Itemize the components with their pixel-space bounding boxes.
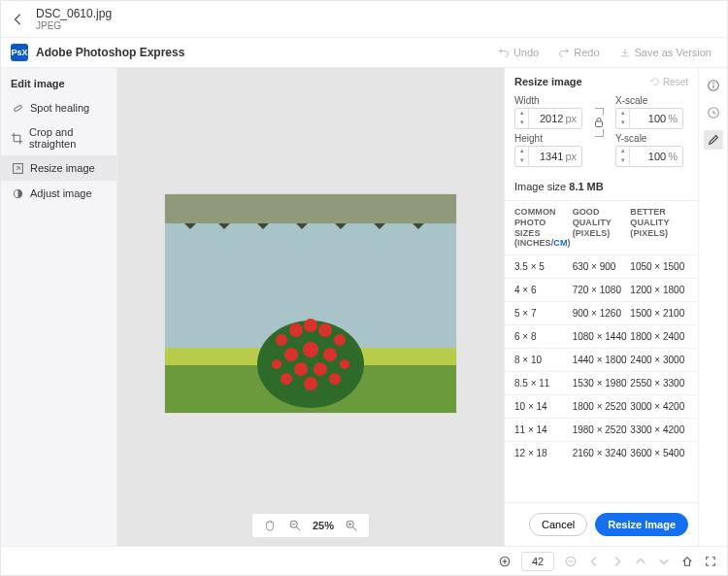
down-arrow-icon[interactable] [657,555,671,568]
crop-icon [11,131,23,145]
pan-tool[interactable] [262,518,278,533]
canvas-preview[interactable] [165,194,456,413]
svg-point-23 [294,362,308,376]
cancel-button[interactable]: Cancel [529,513,587,536]
prev-arrow-icon[interactable] [587,555,601,568]
undo-label: Undo [513,47,539,58]
svg-point-17 [304,319,317,332]
svg-point-39 [712,83,714,85]
lock-icon [593,117,605,128]
edit-image-heading: Edit image [1,68,116,95]
table-row[interactable]: 8.5 × 111530 × 19802550 × 3300 [505,371,698,394]
table-row[interactable]: 3.5 × 5630 × 9001050 × 1500 [505,254,698,278]
table-row[interactable]: 8 × 101440 × 18002400 × 3000 [505,348,698,371]
svg-line-34 [353,527,357,531]
page-number-input[interactable]: 42 [521,552,554,571]
sidebar-item-label: Crop and straighten [29,126,107,150]
width-label: Width [514,95,582,106]
height-step-down[interactable]: ▾ [515,156,528,166]
file-name: DSC_0610.jpg [36,7,112,20]
bandage-icon [11,101,24,115]
zoom-out-button[interactable] [287,518,303,533]
zoom-value[interactable]: 25% [313,520,334,531]
app-brand: Adobe Photoshop Express [36,46,184,59]
undo-button[interactable]: Undo [492,47,545,58]
sidebar-item-label: Resize image [30,162,95,174]
back-button[interactable] [11,12,26,27]
yscale-input[interactable]: ▴▾ 100% [615,146,683,167]
table-row[interactable]: 6 × 81080 × 14401800 × 2400 [505,324,698,348]
height-input[interactable]: ▴▾ 1341px [514,146,582,167]
height-label: Height [514,133,582,144]
svg-point-16 [289,323,303,337]
svg-point-29 [340,359,349,369]
width-step-down[interactable]: ▾ [515,119,528,128]
width-step-up[interactable]: ▴ [515,109,528,119]
svg-point-27 [329,373,341,385]
xscale-input[interactable]: ▴▾ 100% [615,108,683,129]
redo-button[interactable]: Redo [552,47,605,58]
sidebar-item-label: Spot healing [30,102,89,114]
titlebar: DSC_0610.jpg JPEG [1,1,727,38]
xscale-label: X-scale [615,95,683,106]
file-info: DSC_0610.jpg JPEG [36,7,112,31]
svg-point-19 [334,334,346,346]
table-row[interactable]: 12 × 182160 × 32403600 × 5400 [505,441,698,464]
adjust-icon [11,186,24,200]
reset-button[interactable]: Reset [650,77,688,87]
table-row[interactable]: 4 × 6720 × 10801200 × 1800 [505,278,698,301]
left-sidebar: Edit image Spot healing Crop and straigh… [1,68,117,546]
height-step-up[interactable]: ▴ [515,147,528,156]
aspect-lock[interactable] [590,108,608,137]
fullscreen-icon[interactable] [704,555,717,568]
svg-point-22 [323,348,337,361]
sidebar-item-resize[interactable]: Resize image [1,155,116,181]
history-icon[interactable] [704,103,723,122]
width-input[interactable]: ▴▾ 2012px [514,108,582,129]
yscale-label: Y-scale [615,133,683,144]
right-rail [698,68,727,546]
psx-logo: PsX [11,44,28,61]
edit-icon[interactable] [704,130,723,150]
home-icon[interactable] [680,555,694,568]
app-subbar: PsX Adobe Photoshop Express Undo Redo Sa… [1,38,727,68]
sidebar-item-label: Adjust image [30,187,92,199]
table-row[interactable]: 5 × 7900 × 12601500 × 2100 [505,301,698,324]
table-row[interactable]: 10 × 141800 × 25203000 × 4200 [505,394,698,418]
svg-rect-0 [14,105,22,112]
image-size-readout: Image size 8.1 MB [505,177,698,200]
yscale-step-up[interactable]: ▴ [616,147,629,156]
remove-page-icon[interactable] [564,555,578,568]
resize-icon [11,161,24,175]
xscale-step-up[interactable]: ▴ [616,109,629,119]
svg-line-31 [297,527,301,531]
size-presets-table: COMMON PHOTO SIZES (INCHES/CM) GOODQUALI… [505,200,698,464]
svg-point-21 [303,342,318,357]
sidebar-item-spot-healing[interactable]: Spot healing [1,95,116,120]
svg-rect-37 [596,121,603,127]
resize-image-button[interactable]: Resize Image [595,513,688,536]
resize-panel-heading: Resize image [514,76,582,87]
resize-panel: Resize image Reset Width ▴▾ 2012px [504,68,698,546]
svg-point-20 [284,348,298,361]
bottom-bar: 42 [1,546,727,575]
info-icon[interactable] [704,76,723,95]
sidebar-item-adjust[interactable]: Adjust image [1,181,116,206]
table-row[interactable]: 11 × 141980 × 25203300 × 4200 [505,418,698,441]
svg-point-26 [281,373,292,385]
xscale-step-down[interactable]: ▾ [616,119,629,128]
sidebar-item-crop[interactable]: Crop and straighten [1,120,116,155]
yscale-step-down[interactable]: ▾ [616,156,629,166]
zoom-in-button[interactable] [344,518,359,533]
svg-rect-3 [165,194,456,223]
svg-point-24 [314,362,327,376]
zoom-toolbar: 25% [251,513,370,538]
cm-toggle[interactable]: CM [553,238,567,248]
save-as-version-button[interactable]: Save as Version [613,47,718,58]
add-page-icon[interactable] [498,555,512,568]
up-arrow-icon[interactable] [634,555,647,568]
svg-point-18 [318,323,332,337]
file-type: JPEG [36,20,112,31]
svg-point-15 [276,334,287,346]
next-arrow-icon[interactable] [611,555,624,568]
